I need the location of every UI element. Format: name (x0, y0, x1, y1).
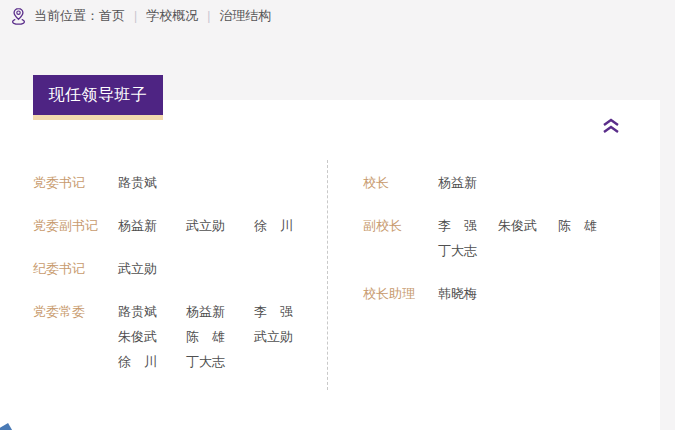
content-card: 现任领导班子 党委书记 路贵斌 党委副书记 杨益新 武立勋 徐 川 (0, 100, 660, 430)
names-list: 杨益新 (438, 170, 618, 195)
leadership-row-party-secretary: 党委书记 路贵斌 (33, 170, 327, 195)
section-title-box: 现任领导班子 (33, 75, 163, 120)
breadcrumb-separator: | (207, 9, 210, 23)
names-list: 杨益新 武立勋 徐 川 (118, 213, 322, 238)
leader-name: 陈 雄 (186, 324, 254, 349)
leader-name: 韩晓梅 (438, 281, 498, 306)
breadcrumb-school-overview-link[interactable]: 学校概况 (146, 7, 198, 25)
role-label: 党委常委 (33, 299, 118, 374)
leader-name: 路贵斌 (118, 170, 186, 195)
leader-name: 杨益新 (438, 170, 498, 195)
leader-name: 徐 川 (118, 349, 186, 374)
leader-name: 武立勋 (186, 213, 254, 238)
leadership-row-vice-presidents: 副校长 李 强 朱俊武 陈 雄 丁大志 (363, 213, 660, 263)
leadership-column-party: 党委书记 路贵斌 党委副书记 杨益新 武立勋 徐 川 纪委书记 武立勋 (33, 170, 327, 392)
names-list: 路贵斌 (118, 170, 322, 195)
breadcrumb: 当前位置： 首页 | 学校概况 | 治理结构 (10, 7, 271, 25)
leadership-column-admin: 校长 杨益新 副校长 李 强 朱俊武 陈 雄 丁大志 校长助理 韩晓梅 (328, 170, 660, 392)
names-list: 韩晓梅 (438, 281, 618, 306)
leader-name: 李 强 (438, 213, 498, 238)
leader-name: 路贵斌 (118, 299, 186, 324)
chevron-double-up-icon (600, 115, 622, 137)
leader-name: 杨益新 (118, 213, 186, 238)
names-list: 李 强 朱俊武 陈 雄 丁大志 (438, 213, 618, 263)
leader-name: 杨益新 (186, 299, 254, 324)
leader-name: 丁大志 (186, 349, 254, 374)
names-list: 武立勋 (118, 256, 322, 281)
role-label: 校长助理 (363, 281, 438, 306)
role-label: 校长 (363, 170, 438, 195)
section-title: 现任领导班子 (49, 85, 148, 106)
leader-name: 武立勋 (254, 324, 322, 349)
breadcrumb-location-label: 当前位置： (34, 7, 99, 25)
collapse-section-button[interactable] (600, 115, 622, 137)
leadership-columns: 党委书记 路贵斌 党委副书记 杨益新 武立勋 徐 川 纪委书记 武立勋 (0, 100, 660, 392)
leadership-row-standing-committee: 党委常委 路贵斌 杨益新 李 强 朱俊武 陈 雄 武立勋 徐 川 丁大志 (33, 299, 327, 374)
breadcrumb-governance-link[interactable]: 治理结构 (219, 7, 271, 25)
leadership-row-president-assistant: 校长助理 韩晓梅 (363, 281, 660, 306)
role-label: 副校长 (363, 213, 438, 263)
location-pin-icon (10, 7, 27, 25)
leadership-row-discipline-secretary: 纪委书记 武立勋 (33, 256, 327, 281)
leader-name: 武立勋 (118, 256, 186, 281)
leadership-row-president: 校长 杨益新 (363, 170, 660, 195)
leader-name: 李 强 (254, 299, 322, 324)
leader-name: 陈 雄 (558, 213, 618, 238)
names-list: 路贵斌 杨益新 李 强 朱俊武 陈 雄 武立勋 徐 川 丁大志 (118, 299, 322, 374)
leader-name: 丁大志 (438, 238, 498, 263)
breadcrumb-separator: | (134, 9, 137, 23)
leadership-row-deputy-party-secretary: 党委副书记 杨益新 武立勋 徐 川 (33, 213, 327, 238)
role-label: 党委副书记 (33, 213, 118, 238)
leader-name: 朱俊武 (498, 213, 558, 238)
role-label: 纪委书记 (33, 256, 118, 281)
leader-name: 朱俊武 (118, 324, 186, 349)
leader-name: 徐 川 (254, 213, 322, 238)
role-label: 党委书记 (33, 170, 118, 195)
breadcrumb-home-link[interactable]: 首页 (99, 7, 125, 25)
